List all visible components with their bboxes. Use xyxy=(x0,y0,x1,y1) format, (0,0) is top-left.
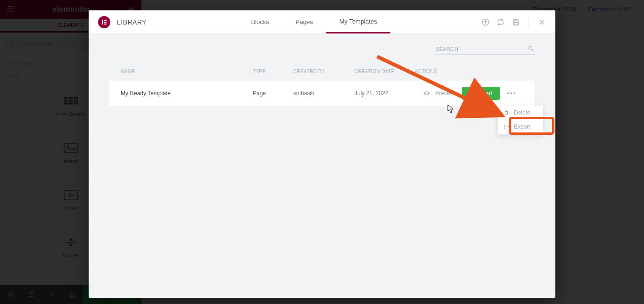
template-search-field[interactable] xyxy=(436,45,535,55)
preview-button[interactable]: Preview xyxy=(423,90,455,97)
svg-rect-15 xyxy=(102,20,103,25)
actions-dropdown: Delete Export xyxy=(498,106,543,134)
modal-overlay: LIBRARY Blocks Pages My Templates xyxy=(0,0,644,304)
col-created-by-header[interactable]: CREATED BY xyxy=(293,69,355,74)
separator xyxy=(528,16,529,28)
table-row: My Ready Template Page smhasib July 21, … xyxy=(109,81,535,106)
dropdown-delete[interactable]: Delete xyxy=(498,106,543,120)
download-icon xyxy=(468,90,474,97)
dropdown-export[interactable]: Export xyxy=(498,120,543,134)
svg-rect-21 xyxy=(514,22,517,25)
col-name-header[interactable]: NAME xyxy=(121,69,253,74)
tab-my-templates[interactable]: My Templates xyxy=(326,10,390,33)
close-icon[interactable] xyxy=(537,18,546,26)
export-icon xyxy=(504,124,509,130)
more-actions-button[interactable]: ••• xyxy=(500,90,523,97)
modal-header: LIBRARY Blocks Pages My Templates xyxy=(89,10,555,34)
preview-label: Preview xyxy=(435,90,455,97)
library-modal: LIBRARY Blocks Pages My Templates xyxy=(89,10,555,298)
insert-label: Insert xyxy=(478,90,492,97)
trash-icon xyxy=(504,110,509,115)
svg-rect-18 xyxy=(104,24,107,25)
save-icon[interactable] xyxy=(512,18,520,26)
dropdown-delete-label: Delete xyxy=(514,109,530,116)
table-header: NAME TYPE CREATED BY CREATION DATE ACTIO… xyxy=(109,58,535,81)
modal-actions xyxy=(481,16,546,28)
sync-icon[interactable] xyxy=(496,18,505,26)
search-icon xyxy=(528,45,535,52)
tab-blocks[interactable]: Blocks xyxy=(238,10,282,33)
tab-pages[interactable]: Pages xyxy=(282,10,326,33)
eye-icon xyxy=(423,90,430,96)
modal-title: LIBRARY xyxy=(117,18,147,26)
template-type: Page xyxy=(253,90,293,97)
insert-button[interactable]: Insert xyxy=(462,87,500,100)
col-actions-header: ACTIONS xyxy=(415,69,523,74)
search-input[interactable] xyxy=(436,46,511,52)
dropdown-export-label: Export xyxy=(514,123,530,130)
svg-rect-20 xyxy=(514,19,517,21)
col-creation-date-header[interactable]: CREATION DATE xyxy=(355,69,415,74)
modal-body: NAME TYPE CREATED BY CREATION DATE ACTIO… xyxy=(89,34,555,298)
template-created-by: smhasib xyxy=(293,90,355,97)
svg-rect-16 xyxy=(104,20,107,21)
upload-icon[interactable] xyxy=(481,18,490,26)
template-creation-date: July 21, 2022 xyxy=(355,90,415,97)
elementor-logo-icon xyxy=(98,16,110,28)
svg-line-23 xyxy=(532,49,533,51)
modal-tabs: Blocks Pages My Templates xyxy=(238,10,390,33)
template-name: My Ready Template xyxy=(121,90,253,97)
svg-point-22 xyxy=(529,47,533,50)
col-type-header[interactable]: TYPE xyxy=(253,69,293,74)
svg-rect-17 xyxy=(104,22,107,23)
